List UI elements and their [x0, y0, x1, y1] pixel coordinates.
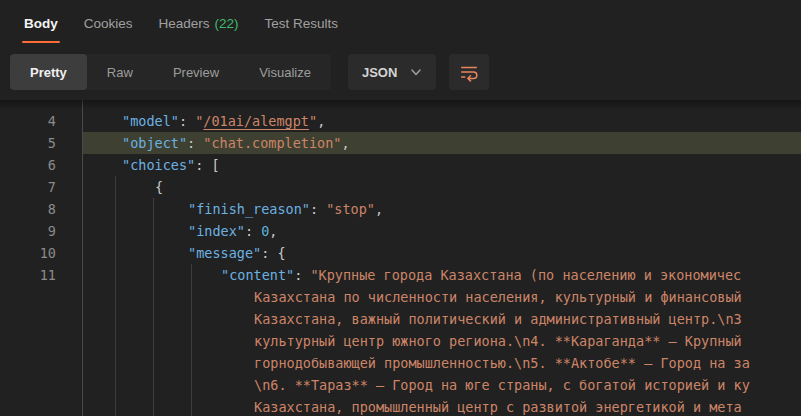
- code-text: "model": "/01ai/alemgpt",: [82, 110, 801, 132]
- highlighted-line: "object": "chat.completion",: [82, 132, 801, 154]
- line-number: [0, 286, 82, 308]
- tab-body[interactable]: Body: [24, 0, 58, 46]
- view-mode-raw-label: Raw: [107, 65, 133, 80]
- code-text: "content": "Крупные города Казахстана (п…: [82, 264, 801, 286]
- line-number: [0, 352, 82, 374]
- json-punctuation: :: [294, 267, 310, 283]
- code-line: Казахстана, важный политический и админи…: [0, 308, 801, 330]
- indent-guide: [153, 330, 154, 352]
- code-line: 6"choices": [: [0, 154, 801, 176]
- code-line: 7{: [0, 176, 801, 198]
- indent-guide: [191, 396, 192, 416]
- json-key: "choices": [122, 157, 195, 173]
- json-key: "message": [188, 245, 261, 261]
- view-mode-preview[interactable]: Preview: [153, 54, 239, 90]
- code-line: Казахстана по численности населения, кул…: [0, 286, 801, 308]
- indent-guide: [153, 198, 154, 220]
- json-string: "Крупные города Казахстана (по населению…: [310, 267, 741, 283]
- line-number: [0, 396, 82, 416]
- json-punctuation: :: [310, 201, 326, 217]
- indent-guide: [115, 330, 116, 352]
- json-string: \n6. **Тараз** – Город на юге страны, с …: [254, 377, 750, 393]
- indent-guide: [191, 374, 192, 396]
- json-key: "finish_reason": [188, 201, 310, 217]
- indent-guide: [115, 220, 116, 242]
- indent-guide: [191, 308, 192, 330]
- line-number: 10: [0, 242, 82, 264]
- code-line: 5"object": "chat.completion",: [0, 132, 801, 154]
- indent-guide: [115, 352, 116, 374]
- indent-guide: [153, 308, 154, 330]
- code-line: 4"model": "/01ai/alemgpt",: [0, 110, 801, 132]
- indent-guide: [153, 264, 154, 286]
- json-punctuation: :: [187, 135, 203, 151]
- indent-guide: [115, 286, 116, 308]
- line-number: [0, 330, 82, 352]
- view-mode-raw[interactable]: Raw: [87, 54, 153, 90]
- indent-guide: [115, 374, 116, 396]
- json-string: "stop": [326, 201, 375, 217]
- response-tab-bar: Body Cookies Headers (22) Test Results: [0, 0, 801, 46]
- tab-headers-label: Headers: [159, 16, 210, 31]
- line-number: 5: [0, 132, 82, 154]
- json-link[interactable]: /01ai/alemgpt: [203, 113, 309, 129]
- indent-guide: [191, 286, 192, 308]
- format-dropdown-value: JSON: [362, 65, 397, 80]
- tab-cookies[interactable]: Cookies: [84, 0, 133, 46]
- line-number: 11: [0, 264, 82, 286]
- format-dropdown[interactable]: JSON: [348, 54, 436, 90]
- tab-test-results[interactable]: Test Results: [265, 0, 339, 46]
- json-punctuation: :: [245, 223, 261, 239]
- json-punctuation: ,: [317, 113, 325, 129]
- code-line: Казахстана, промышленный центр с развито…: [0, 396, 801, 416]
- json-key: "model": [122, 113, 179, 129]
- headers-count-badge: (22): [215, 16, 239, 31]
- chevron-down-icon: [410, 66, 422, 78]
- tab-body-label: Body: [24, 16, 58, 31]
- indent-guide: [153, 286, 154, 308]
- code-line: 11"content": "Крупные города Казахстана …: [0, 264, 801, 286]
- tab-test-results-label: Test Results: [265, 16, 339, 31]
- code-text: горнодобывающей промышленностью.\n5. **А…: [82, 352, 801, 374]
- indent-guide: [153, 352, 154, 374]
- code-line: 8"finish_reason": "stop",: [0, 198, 801, 220]
- code-line: культурный центр южного региона.\n4. **К…: [0, 330, 801, 352]
- line-number: 7: [0, 176, 82, 198]
- json-key: "content": [221, 267, 294, 283]
- response-body-editor[interactable]: 4"model": "/01ai/alemgpt",5"object": "ch…: [0, 100, 801, 416]
- indent-guide: [115, 396, 116, 416]
- json-string: "chat.completion": [203, 135, 341, 151]
- indent-guide: [191, 264, 192, 286]
- json-string: горнодобывающей промышленностью.\n5. **А…: [254, 355, 750, 371]
- indent-guide: [153, 396, 154, 416]
- indent-guide: [153, 242, 154, 264]
- view-mode-pretty-label: Pretty: [30, 65, 67, 80]
- json-punctuation: ,: [341, 135, 349, 151]
- code-text: "object": "chat.completion",: [82, 132, 801, 154]
- code-text: Казахстана, промышленный центр с развито…: [82, 396, 801, 416]
- json-string: Казахстана, промышленный центр с развито…: [254, 399, 742, 415]
- json-punctuation: ,: [269, 223, 277, 239]
- code-line: \n6. **Тараз** – Город на юге страны, с …: [0, 374, 801, 396]
- json-punctuation: : [: [195, 157, 219, 173]
- json-punctuation: {: [155, 179, 163, 195]
- json-string: Казахстана, важный политический и админи…: [254, 311, 742, 327]
- code-line: горнодобывающей промышленностью.\n5. **А…: [0, 352, 801, 374]
- view-mode-visualize[interactable]: Visualize: [239, 54, 331, 90]
- code-text: Казахстана по численности населения, кул…: [82, 286, 801, 308]
- code-text: Казахстана, важный политический и админи…: [82, 308, 801, 330]
- view-mode-pretty[interactable]: Pretty: [10, 54, 87, 90]
- json-string: ": [309, 113, 317, 129]
- tab-headers[interactable]: Headers (22): [159, 0, 239, 46]
- view-mode-visualize-label: Visualize: [259, 65, 311, 80]
- json-punctuation: ,: [375, 201, 383, 217]
- indent-guide: [115, 242, 116, 264]
- word-wrap-button[interactable]: [449, 54, 489, 90]
- json-punctuation: : {: [261, 245, 285, 261]
- view-mode-switcher: Pretty Raw Preview Visualize: [10, 54, 331, 90]
- line-number: [0, 308, 82, 330]
- indent-guide: [153, 220, 154, 242]
- response-panel: Body Cookies Headers (22) Test Results P…: [0, 0, 801, 416]
- line-number: 4: [0, 110, 82, 132]
- code-text: "choices": [: [82, 154, 801, 176]
